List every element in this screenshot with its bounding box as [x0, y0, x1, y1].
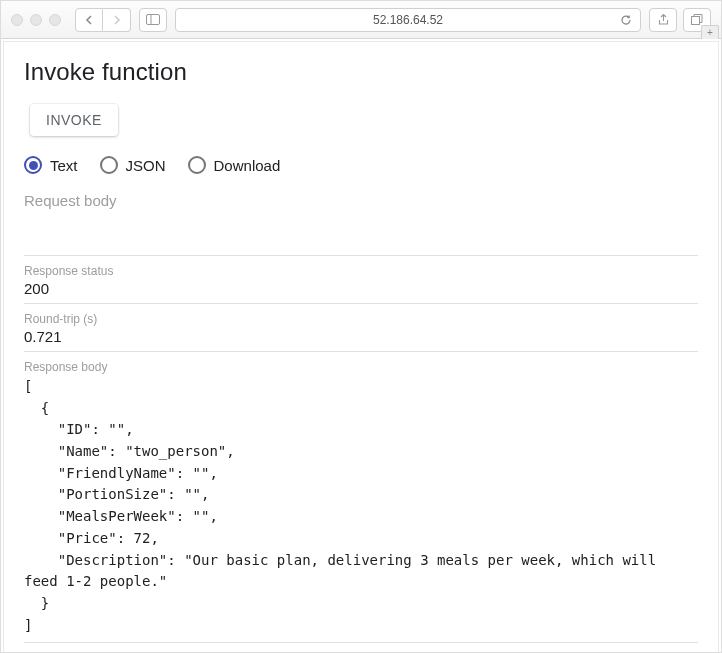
- refresh-icon[interactable]: [620, 14, 632, 26]
- svg-rect-0: [147, 15, 160, 25]
- response-status-value: 200: [24, 280, 698, 297]
- response-body-value: [ { "ID": "", "Name": "two_person", "Fri…: [24, 376, 698, 643]
- minimize-window-icon[interactable]: [30, 14, 42, 26]
- forward-button[interactable]: [103, 8, 131, 32]
- round-trip-field: Round-trip (s) 0.721: [24, 304, 698, 352]
- radio-label: Text: [50, 157, 78, 174]
- address-text: 52.186.64.52: [373, 13, 443, 27]
- format-radio-group: Text JSON Download: [24, 156, 698, 174]
- response-status-label: Response status: [24, 264, 698, 278]
- request-body-input[interactable]: Request body: [24, 186, 698, 256]
- radio-icon: [188, 156, 206, 174]
- radio-label: JSON: [126, 157, 166, 174]
- sidebar-toggle-button[interactable]: [139, 8, 167, 32]
- close-window-icon[interactable]: [11, 14, 23, 26]
- radio-download[interactable]: Download: [188, 156, 281, 174]
- radio-icon: [100, 156, 118, 174]
- new-tab-button[interactable]: +: [701, 25, 719, 39]
- nav-buttons: [75, 8, 131, 32]
- browser-toolbar: 52.186.64.52 +: [1, 1, 721, 39]
- response-body-label: Response body: [24, 360, 698, 374]
- radio-json[interactable]: JSON: [100, 156, 166, 174]
- invoke-button[interactable]: INVOKE: [30, 104, 118, 136]
- address-bar[interactable]: 52.186.64.52: [175, 8, 641, 32]
- request-body-placeholder: Request body: [24, 192, 117, 209]
- back-button[interactable]: [75, 8, 103, 32]
- window-controls: [11, 14, 61, 26]
- maximize-window-icon[interactable]: [49, 14, 61, 26]
- page-content: Invoke function INVOKE Text JSON Downloa…: [3, 41, 719, 653]
- round-trip-label: Round-trip (s): [24, 312, 698, 326]
- round-trip-value: 0.721: [24, 328, 698, 345]
- radio-label: Download: [214, 157, 281, 174]
- radio-icon: [24, 156, 42, 174]
- response-status-field: Response status 200: [24, 256, 698, 304]
- svg-rect-2: [692, 17, 700, 25]
- radio-text[interactable]: Text: [24, 156, 78, 174]
- page-title: Invoke function: [24, 58, 698, 86]
- share-button[interactable]: [649, 8, 677, 32]
